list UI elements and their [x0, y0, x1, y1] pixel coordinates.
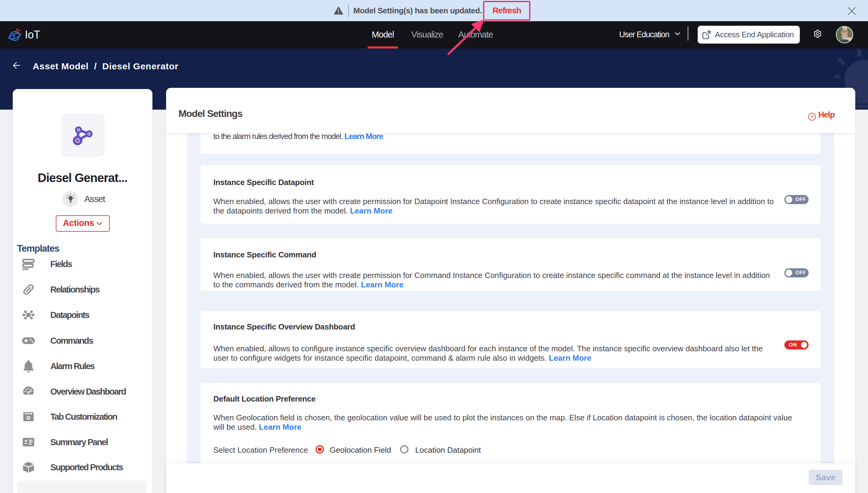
svg-text:?: ? [811, 114, 813, 119]
